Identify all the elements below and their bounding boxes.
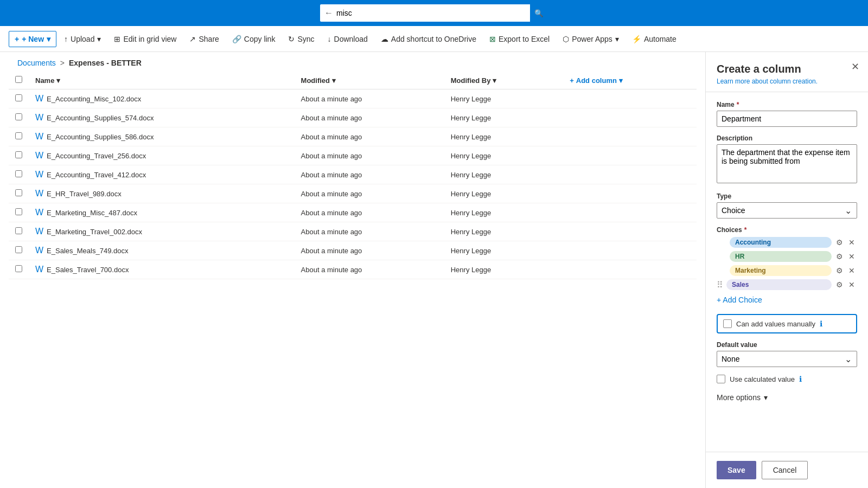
add-column-header[interactable]: + Add column ▾ (563, 72, 697, 89)
type-select[interactable]: Choice (717, 202, 857, 219)
name-column-header[interactable]: Name ▾ (29, 72, 295, 89)
calc-value-checkbox[interactable] (717, 375, 725, 383)
can-add-manually-checkbox[interactable] (723, 319, 732, 328)
table-row[interactable]: W E_Accounting_Supplies_586.docx About a… (9, 127, 697, 146)
table-row[interactable]: W E_Marketing_Misc_487.docx About a minu… (9, 203, 697, 222)
table-row[interactable]: W E_Sales_Meals_749.docx About a minute … (9, 241, 697, 260)
row-checkbox[interactable] (15, 94, 22, 101)
row-modified-cell: About a minute ago (295, 89, 444, 108)
breadcrumb-separator: > (60, 59, 65, 67)
choice-delete-button[interactable]: ✕ (846, 279, 857, 290)
can-add-manually-info-icon[interactable]: ℹ (820, 319, 822, 328)
row-checkbox-cell[interactable] (9, 89, 29, 108)
row-checkbox[interactable] (15, 265, 22, 272)
word-file-icon: W (35, 189, 43, 198)
chevron-down-icon: ▾ (47, 35, 50, 43)
choice-edit-button[interactable]: ⚙ (834, 265, 845, 276)
automate-button[interactable]: ⚡ Automate (627, 31, 682, 47)
row-checkbox[interactable] (15, 246, 22, 253)
sync-icon: ↻ (288, 35, 295, 43)
row-extra-cell (563, 203, 697, 222)
table-row[interactable]: W E_Sales_Travel_700.docx About a minute… (9, 260, 697, 279)
upload-icon: ↑ (64, 35, 68, 43)
modified-column-header[interactable]: Modified ▾ (295, 72, 444, 89)
row-checkbox[interactable] (15, 208, 22, 215)
default-value-select-wrapper: None (717, 351, 857, 367)
choice-item: Accounting ⚙ ✕ (717, 237, 857, 248)
new-button[interactable]: + + New ▾ (9, 31, 56, 47)
row-checkbox[interactable] (15, 170, 22, 177)
choices-list: Accounting ⚙ ✕ HR ⚙ ✕ Marketing ⚙ ✕ ⠿ Sa… (717, 237, 857, 290)
edit-grid-button[interactable]: ⊞ Edit in grid view (108, 31, 182, 47)
copy-link-button[interactable]: 🔗 Copy link (227, 31, 281, 47)
select-all-checkbox[interactable] (15, 76, 22, 83)
table-row[interactable]: W E_Accounting_Misc_102.docx About a min… (9, 89, 697, 108)
row-modified-cell: About a minute ago (295, 241, 444, 260)
panel-subtitle[interactable]: Learn more about column creation. (717, 78, 857, 85)
row-modified-cell: About a minute ago (295, 146, 444, 165)
more-options-button[interactable]: More options ▾ (717, 391, 768, 404)
download-icon: ↓ (328, 35, 331, 43)
edit-grid-label: Edit in grid view (123, 35, 176, 43)
table-row[interactable]: W E_Accounting_Supplies_574.docx About a… (9, 108, 697, 127)
export-button[interactable]: ⊠ Export to Excel (484, 31, 555, 47)
file-name: E_Accounting_Supplies_586.docx (47, 133, 154, 141)
default-value-label: Default value (717, 341, 857, 349)
row-checkbox-cell[interactable] (9, 127, 29, 146)
table-row[interactable]: W E_Accounting_Travel_256.docx About a m… (9, 146, 697, 165)
upload-label: Upload (71, 35, 94, 43)
table-row[interactable]: W E_Accounting_Travel_412.docx About a m… (9, 165, 697, 184)
choice-delete-button[interactable]: ✕ (846, 265, 857, 276)
row-checkbox[interactable] (15, 227, 22, 234)
row-checkbox-cell[interactable] (9, 108, 29, 127)
add-shortcut-button[interactable]: ☁ Add shortcut to OneDrive (375, 31, 482, 47)
choice-edit-button[interactable]: ⚙ (834, 279, 845, 290)
search-box[interactable]: ← 🔍 (320, 4, 548, 22)
row-checkbox-cell[interactable] (9, 241, 29, 260)
choice-delete-button[interactable]: ✕ (846, 251, 857, 262)
power-apps-button[interactable]: ⬡ Power Apps ▾ (557, 31, 624, 47)
modified-by-column-header[interactable]: Modified By ▾ (444, 72, 563, 89)
row-checkbox-cell[interactable] (9, 184, 29, 203)
calc-value-info-icon[interactable]: ℹ (799, 375, 802, 383)
search-input[interactable] (336, 9, 530, 17)
row-checkbox[interactable] (15, 151, 22, 158)
sync-button[interactable]: ↻ Sync (283, 31, 320, 47)
choice-edit-button[interactable]: ⚙ (834, 251, 845, 262)
share-button[interactable]: ↗ Share (184, 31, 224, 47)
back-arrow-icon[interactable]: ← (324, 8, 333, 18)
row-checkbox-cell[interactable] (9, 203, 29, 222)
choice-edit-button[interactable]: ⚙ (834, 237, 845, 248)
breadcrumb-root[interactable]: Documents (17, 59, 56, 67)
table-row[interactable]: W E_HR_Travel_989.docx About a minute ag… (9, 184, 697, 203)
row-checkbox-cell[interactable] (9, 165, 29, 184)
choice-delete-button[interactable]: ✕ (846, 237, 857, 248)
save-button[interactable]: Save (717, 461, 756, 479)
upload-button[interactable]: ↑ Upload ▾ (59, 31, 106, 47)
row-checkbox[interactable] (15, 113, 22, 120)
add-choice-button[interactable]: + Add Choice (717, 293, 762, 306)
close-panel-button[interactable]: ✕ (851, 61, 859, 73)
row-modified-by-cell: Henry Legge (444, 203, 563, 222)
choice-item: HR ⚙ ✕ (717, 251, 857, 262)
row-checkbox-cell[interactable] (9, 222, 29, 241)
row-extra-cell (563, 260, 697, 279)
row-name-cell: W E_Accounting_Supplies_574.docx (29, 108, 295, 127)
row-modified-by-cell: Henry Legge (444, 89, 563, 108)
select-all-checkbox-header[interactable] (9, 72, 29, 89)
row-checkbox-cell[interactable] (9, 260, 29, 279)
row-checkbox-cell[interactable] (9, 146, 29, 165)
cancel-button[interactable]: Cancel (762, 461, 808, 479)
name-field-input[interactable] (717, 111, 857, 127)
row-checkbox[interactable] (15, 132, 22, 139)
row-extra-cell (563, 184, 697, 203)
drag-handle-icon[interactable]: ⠿ (717, 280, 723, 290)
download-button[interactable]: ↓ Download (322, 31, 373, 47)
table-row[interactable]: W E_Marketing_Travel_002.docx About a mi… (9, 222, 697, 241)
search-button[interactable]: 🔍 (530, 4, 548, 22)
choice-item: ⠿ Sales ⚙ ✕ (717, 279, 857, 290)
row-modified-cell: About a minute ago (295, 127, 444, 146)
default-value-select[interactable]: None (717, 351, 857, 367)
description-field-input[interactable]: The department that the expense item is … (717, 144, 857, 183)
row-checkbox[interactable] (15, 189, 22, 196)
